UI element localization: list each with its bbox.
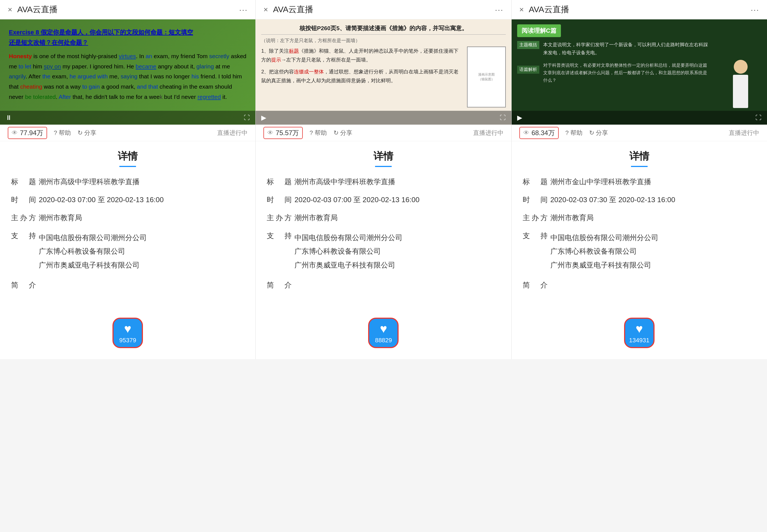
share-icon: ↻ xyxy=(334,129,338,137)
stats-bar: 👁 75.57万 ? 帮助 ↻ 分享 直播进行中 xyxy=(256,125,511,141)
title-bar: × AVA云直播 ··· xyxy=(256,0,511,19)
detail-value-2: 潮州市教育局 xyxy=(550,213,756,223)
play-pause-button[interactable]: ⏸ xyxy=(6,114,12,122)
help-button[interactable]: ? 帮助 xyxy=(565,129,583,137)
player-controls: ⏸ ⛶ xyxy=(0,111,255,125)
detail-label-3: 支 持 xyxy=(11,231,39,241)
question-icon: ? xyxy=(309,129,313,137)
details-underline xyxy=(375,166,392,167)
detail-label-4: 简 介 xyxy=(267,280,294,290)
details-title: 详情 xyxy=(523,150,756,163)
column-2: × AVA云直播 ··· 核按钮P260页5、请简要描述漫画《措施》的内容，并写… xyxy=(256,0,511,359)
close-icon[interactable]: × xyxy=(519,5,524,14)
share-button[interactable]: ↻ 分享 xyxy=(78,129,96,137)
details-section: 详情 标 题 潮州市高级中学理科班教学直播 时 间 2020-02-03 07:… xyxy=(256,141,511,307)
share-button[interactable]: ↻ 分享 xyxy=(589,129,608,137)
expand-button[interactable]: ⛶ xyxy=(755,114,761,121)
help-label: 帮助 xyxy=(315,129,327,137)
detail-label-1: 时 间 xyxy=(267,195,294,205)
share-label: 分享 xyxy=(340,129,352,137)
help-button[interactable]: ? 帮助 xyxy=(54,129,71,137)
detail-row-0: 标 题 潮州市金山中学理科班教学直播 xyxy=(523,177,756,187)
detail-row-4: 简 介 xyxy=(523,280,756,290)
detail-row-2: 主办方 潮州市教育局 xyxy=(523,213,756,223)
main-layout: × AVA云直播 ··· Exercise 8 假定你是命题人，你会用以下的文段… xyxy=(0,0,767,359)
screen-title: 阅读理解C篇 xyxy=(517,24,561,37)
chinese-note: （说明：左下方是只老鼠，方框所在是一面墙） xyxy=(261,37,506,44)
share-icon: ↻ xyxy=(78,129,83,137)
classroom-teacher-area xyxy=(714,19,767,125)
detail-label-2: 主办方 xyxy=(11,213,39,223)
heart-button[interactable]: ♥ 88829 xyxy=(368,318,399,348)
live-status: 直播进行中 xyxy=(473,129,504,137)
detail-row-2: 主办方 潮州市教育局 xyxy=(11,213,244,223)
chinese-points: 1、除了关注标题《措施》和猫、老鼠、人走开时的神态以及手中的笔外，还要抓住漫画下… xyxy=(261,47,463,107)
eye-icon: 👁 xyxy=(267,129,273,137)
details-title: 详情 xyxy=(11,150,244,163)
view-count-value: 68.34万 xyxy=(532,128,555,137)
title-bar: × AVA云直播 ··· xyxy=(512,0,767,19)
detail-value-3: 中国电信股份有限公司潮州分公司广东博心科教设备有限公司广州市奥威亚电子科技有限公… xyxy=(294,231,500,272)
app-title: AVA云直播 xyxy=(17,4,239,15)
details-section: 详情 标 题 潮州市金山中学理科班教学直播 时 间 2020-02-03 07:… xyxy=(512,141,767,307)
heart-icon: ♥ xyxy=(124,322,131,336)
heart-icon: ♥ xyxy=(636,322,643,336)
play-pause-button[interactable]: ▶ xyxy=(517,114,522,122)
detail-row-1: 时 间 2020-02-03 07:00 至 2020-02-13 16:00 xyxy=(267,195,500,205)
close-icon[interactable]: × xyxy=(263,5,268,14)
share-button[interactable]: ↻ 分享 xyxy=(334,129,352,137)
question-icon: ? xyxy=(54,129,57,137)
live-status: 直播进行中 xyxy=(729,129,759,137)
player-controls: ▶ ⛶ xyxy=(512,111,767,125)
title-bar: × AVA云直播 ··· xyxy=(0,0,255,19)
app-title: AVA云直播 xyxy=(273,4,495,15)
more-icon[interactable]: ··· xyxy=(495,5,504,14)
more-icon[interactable]: ··· xyxy=(751,5,759,14)
detail-label-2: 主办方 xyxy=(523,213,550,223)
detail-label-0: 标 题 xyxy=(523,177,550,187)
question-icon: ? xyxy=(565,129,569,137)
detail-row-3: 支 持 中国电信股份有限公司潮州分公司广东博心科教设备有限公司广州市奥威亚电子科… xyxy=(267,231,500,272)
detail-value-1: 2020-02-03 07:30 至 2020-02-13 16:00 xyxy=(550,195,756,205)
stats-bar: 👁 77.94万 ? 帮助 ↻ 分享 直播进行中 xyxy=(0,125,255,141)
english-paragraph: Honesty is one of the most highly-praise… xyxy=(9,51,247,102)
view-count: 👁 75.57万 xyxy=(263,127,303,139)
detail-label-0: 标 题 xyxy=(267,177,294,187)
help-label: 帮助 xyxy=(570,129,583,137)
share-label: 分享 xyxy=(84,129,96,137)
detail-value-0: 潮州市高级中学理科班教学直播 xyxy=(39,177,244,187)
details-title: 详情 xyxy=(267,150,500,163)
heart-count: 88829 xyxy=(375,337,392,344)
expand-button[interactable]: ⛶ xyxy=(500,114,506,121)
play-pause-button[interactable]: ▶ xyxy=(261,114,266,122)
video-content-chinese: 核按钮P260页5、请简要描述漫画《措施》的内容，并写出寓意。 （说明：左下方是… xyxy=(256,19,511,125)
more-icon[interactable]: ··· xyxy=(239,5,248,14)
detail-label-1: 时 间 xyxy=(11,195,39,205)
heart-count: 134931 xyxy=(629,337,649,344)
detail-value-2: 潮州市教育局 xyxy=(39,213,244,223)
detail-value-0: 潮州市金山中学理科班教学直播 xyxy=(550,177,756,187)
column-1: × AVA云直播 ··· Exercise 8 假定你是命题人，你会用以下的文段… xyxy=(0,0,256,359)
help-label: 帮助 xyxy=(59,129,71,137)
bottom-action-area: ♥ 134931 xyxy=(512,307,767,359)
help-button[interactable]: ? 帮助 xyxy=(309,129,327,137)
heart-button[interactable]: ♥ 134931 xyxy=(624,318,655,348)
heart-count: 95379 xyxy=(119,337,136,344)
live-status: 直播进行中 xyxy=(217,129,248,137)
video-area: 阅读理解C篇 主题概括 语篇解析 本文是说明文，科学家们发明了一个新设备，可以利… xyxy=(512,19,767,125)
column-3: × AVA云直播 ··· 阅读理解C篇 主题概括 语篇解析 本文是说明文，科学家… xyxy=(512,0,767,359)
detail-row-3: 支 持 中国电信股份有限公司潮州分公司广东博心科教设备有限公司广州市奥威亚电子科… xyxy=(523,231,756,272)
detail-row-1: 时 间 2020-02-03 07:30 至 2020-02-13 16:00 xyxy=(523,195,756,205)
detail-row-4: 简 介 xyxy=(11,280,244,290)
video-area: Exercise 8 假定你是命题人，你会用以下的文段如何命题：短文填空还是短文… xyxy=(0,19,255,125)
video-content-classroom: 阅读理解C篇 主题概括 语篇解析 本文是说明文，科学家们发明了一个新设备，可以利… xyxy=(512,19,767,125)
expand-button[interactable]: ⛶ xyxy=(244,114,250,121)
heart-button[interactable]: ♥ 95379 xyxy=(112,318,143,348)
detail-row-0: 标 题 潮州市高级中学理科班教学直播 xyxy=(11,177,244,187)
bottom-action-area: ♥ 88829 xyxy=(256,307,511,359)
detail-value-1: 2020-02-03 07:00 至 2020-02-13 16:00 xyxy=(39,195,244,205)
details-section: 详情 标 题 潮州市高级中学理科班教学直播 时 间 2020-02-03 07:… xyxy=(0,141,255,307)
close-icon[interactable]: × xyxy=(8,5,12,14)
eye-icon: 👁 xyxy=(523,129,529,137)
detail-label-4: 简 介 xyxy=(11,280,39,290)
